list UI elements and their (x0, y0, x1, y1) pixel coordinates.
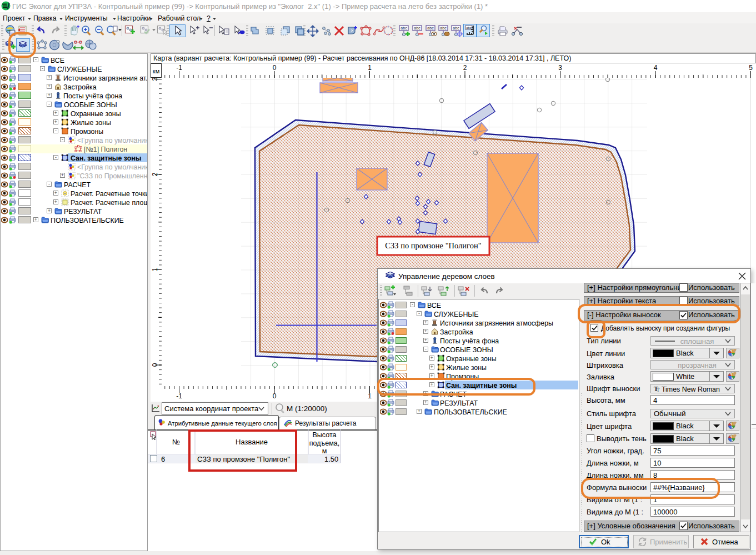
svg-text:abc: abc (466, 26, 472, 29)
svg-text:-1: -1 (176, 392, 182, 400)
svg-text:abc: abc (440, 26, 447, 30)
svg-text:2: 2 (151, 172, 159, 176)
svg-text:abc: abc (453, 26, 459, 30)
svg-text:abc: abc (414, 26, 420, 30)
svg-text:abc: abc (427, 26, 434, 30)
svg-text:4: 4 (654, 64, 658, 72)
svg-text:0: 0 (151, 363, 159, 367)
svg-text:T: T (657, 387, 660, 392)
svg-text:3: 3 (151, 78, 159, 81)
svg-text:3: 3 (558, 64, 562, 72)
svg-text:abc: abc (400, 26, 407, 30)
svg-text:0: 0 (273, 64, 277, 72)
svg-text:1: 1 (151, 268, 159, 272)
svg-text:-1: -1 (176, 64, 182, 72)
svg-text:2: 2 (463, 64, 467, 72)
svg-text:0: 0 (273, 392, 277, 400)
svg-text:5: 5 (749, 64, 753, 72)
svg-text:1: 1 (368, 392, 372, 400)
svg-text:1: 1 (368, 64, 372, 72)
svg-text:СЗЗ по промзоне "Полигон": СЗЗ по промзоне "Полигон" (385, 241, 481, 250)
